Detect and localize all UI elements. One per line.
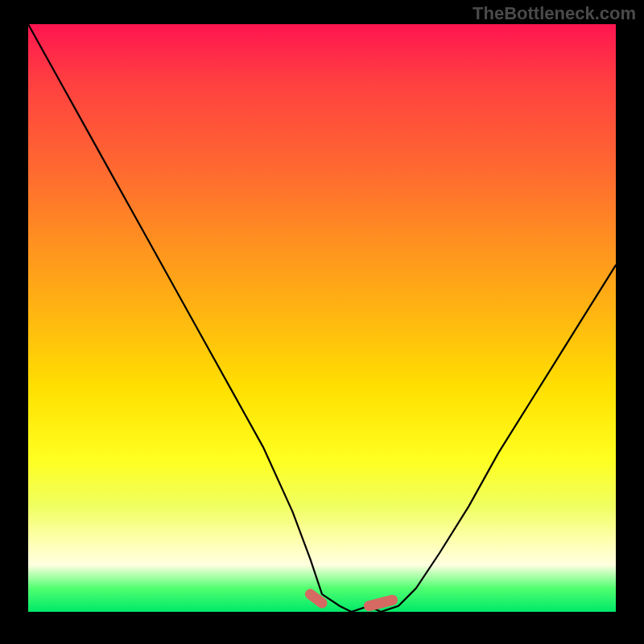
chart-svg (28, 24, 616, 612)
chart-container: TheBottleneck.com (0, 0, 644, 644)
curve-line (28, 24, 616, 612)
trough-marker-segment (369, 600, 392, 605)
trough-markers (310, 594, 392, 606)
watermark-text: TheBottleneck.com (473, 3, 636, 24)
trough-marker-segment (310, 594, 322, 603)
plot-area (28, 24, 616, 612)
